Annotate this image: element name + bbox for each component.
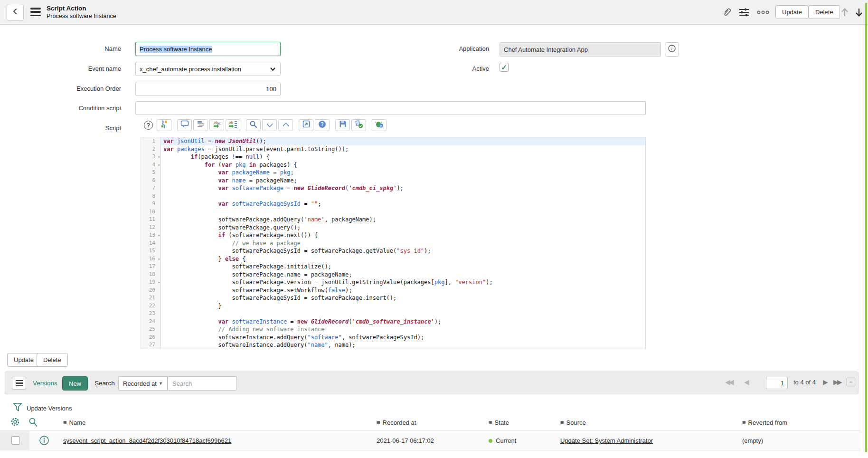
source-link[interactable]: Update Set: System Administrator: [560, 437, 653, 444]
code-line[interactable]: softwarePackageSysId = softwarePackage.g…: [161, 247, 645, 255]
open-popout-button[interactable]: [299, 119, 313, 131]
line-number: 24: [141, 318, 160, 326]
first-page-icon[interactable]: ◀◀: [725, 378, 733, 386]
list-context-menu-icon[interactable]: [12, 377, 26, 390]
column-header-name[interactable]: ≡Name: [63, 419, 85, 426]
fold-arrow-icon[interactable]: ▾: [158, 153, 160, 162]
column-menu-icon[interactable]: ≡: [63, 419, 67, 426]
script-debugger-button[interactable]: {}: [372, 119, 387, 131]
header-update-button[interactable]: Update: [775, 5, 809, 19]
script-code-editor[interactable]: 123▾4▾5678910111213▾141516▾171819▾202122…: [141, 137, 646, 349]
fold-arrow-icon[interactable]: ▾: [158, 256, 160, 264]
validate-button[interactable]: [351, 119, 366, 131]
version-row[interactable]: sysevent_script_action_8acd4f2d2f303010f…: [0, 431, 860, 450]
toggle-comment-button[interactable]: [177, 119, 192, 131]
replace-button[interactable]: abac: [209, 119, 224, 131]
back-button[interactable]: [7, 4, 24, 21]
line-number: 19▾: [141, 278, 160, 286]
column-header-source[interactable]: ≡Source: [560, 419, 586, 426]
editor-help-button[interactable]: ?: [315, 119, 330, 131]
code-line[interactable]: [161, 208, 645, 216]
syntax-editor-button[interactable]: [157, 119, 171, 131]
code-line[interactable]: if(packages !== null) {: [161, 153, 645, 161]
scroll-up-icon[interactable]: [839, 6, 851, 19]
fold-arrow-icon[interactable]: ▾: [158, 162, 160, 170]
scroll-down-icon[interactable]: [853, 6, 865, 19]
code-line[interactable]: softwareInstance.addQuery("name", name);: [161, 341, 645, 349]
personalize-form-icon[interactable]: [738, 6, 750, 19]
code-line[interactable]: [161, 310, 645, 318]
info-icon: i: [668, 44, 676, 55]
find-next-button[interactable]: [262, 119, 277, 131]
fold-arrow-icon[interactable]: ▾: [158, 279, 160, 287]
editor-code-area[interactable]: var jsonUtil = new JsonUtil();var packag…: [161, 137, 645, 349]
code-line[interactable]: [161, 192, 645, 200]
format-code-button[interactable]: [193, 119, 208, 131]
search-button[interactable]: [246, 119, 261, 131]
list-search-icon[interactable]: [28, 416, 39, 428]
application-info-button[interactable]: i: [665, 42, 679, 57]
breadcrumb[interactable]: Update Versions: [27, 405, 72, 412]
code-line[interactable]: softwareInstance.addQuery("software", so…: [161, 334, 645, 342]
code-line[interactable]: softwarePackage.version = jsonUtil.getSt…: [161, 278, 645, 286]
more-options-icon[interactable]: [757, 6, 769, 19]
header-delete-button[interactable]: Delete: [809, 5, 840, 19]
execution-order-input[interactable]: 100: [135, 82, 281, 96]
row-checkbox[interactable]: [11, 436, 20, 445]
code-line[interactable]: var packages = jsonUtil.parse(event.parm…: [161, 145, 645, 153]
code-line[interactable]: softwarePackage.query();: [161, 224, 645, 232]
name-input[interactable]: Process software Instance: [135, 42, 281, 56]
footer-delete-button[interactable]: Delete: [37, 353, 68, 367]
code-line[interactable]: softwarePackage.initialize();: [161, 263, 645, 271]
line-number: 16▾: [141, 255, 160, 263]
search-field-select[interactable]: Recorded at ▼: [118, 376, 168, 391]
code-line[interactable]: // we have a package: [161, 239, 645, 248]
code-line[interactable]: var softwareInstance = new GlideRecord('…: [161, 318, 645, 326]
last-page-icon[interactable]: ▶▶: [833, 378, 841, 386]
row-info-icon[interactable]: [39, 435, 49, 446]
condition-script-label: Condition script: [26, 105, 121, 112]
list-gear-icon[interactable]: [9, 416, 21, 428]
code-line[interactable]: var packageName = pkg;: [161, 169, 645, 177]
code-line[interactable]: softwarePackage.addQuery('name', package…: [161, 216, 645, 224]
page-number-input[interactable]: 1: [766, 377, 788, 389]
minimize-list-icon[interactable]: −: [847, 378, 855, 386]
code-line[interactable]: for (var pkg in packages) {: [161, 161, 645, 169]
code-line[interactable]: softwarePackage.setWorkflow(false);: [161, 286, 645, 295]
column-menu-icon[interactable]: ≡: [489, 419, 492, 426]
code-line[interactable]: var softwarePackageSysId = "";: [161, 200, 645, 208]
previous-page-icon[interactable]: ◀: [744, 378, 748, 386]
column-menu-icon[interactable]: ≡: [377, 419, 380, 426]
column-menu-icon[interactable]: ≡: [742, 419, 746, 426]
footer-update-button[interactable]: Update: [7, 353, 40, 367]
column-header-recorded-at[interactable]: ≡Recorded at: [377, 419, 416, 426]
next-page-icon[interactable]: ▶: [823, 378, 827, 386]
code-line[interactable]: var jsonUtil = new JsonUtil();: [161, 137, 645, 145]
new-version-button[interactable]: New: [62, 376, 88, 391]
code-line[interactable]: var softwarePackage = new GlideRecord('c…: [161, 184, 645, 192]
condition-script-input[interactable]: [135, 101, 646, 115]
code-line[interactable]: if (softwarePackage.next()) {: [161, 231, 645, 239]
find-previous-button[interactable]: [278, 119, 293, 131]
filter-funnel-icon[interactable]: [12, 402, 23, 416]
column-menu-icon[interactable]: ≡: [560, 419, 564, 426]
save-button[interactable]: [335, 119, 350, 131]
column-header-reverted-from[interactable]: ≡Reverted from: [742, 419, 787, 426]
code-line[interactable]: } else {: [161, 255, 645, 263]
version-name-link[interactable]: sysevent_script_action_8acd4f2d2f303010f…: [63, 437, 231, 444]
code-line[interactable]: softwarePackage.name = packageName;: [161, 271, 645, 279]
code-line[interactable]: // Adding new software instance: [161, 325, 645, 334]
replace-all-button[interactable]: ab: [226, 119, 240, 131]
script-help-icon[interactable]: ?: [144, 121, 153, 130]
code-line[interactable]: var name = packageName;: [161, 177, 645, 185]
column-header-state[interactable]: ≡State: [489, 419, 509, 426]
event-name-select[interactable]: x_chef_automate.process.installation: [135, 62, 281, 76]
code-line[interactable]: }: [161, 302, 645, 310]
code-line[interactable]: softwarePackageSysId = softwarePackage.i…: [161, 294, 645, 302]
active-checkbox[interactable]: ✓: [500, 63, 509, 72]
line-number: 7: [141, 184, 160, 192]
context-menu-icon[interactable]: [30, 8, 41, 16]
list-search-input[interactable]: Search: [168, 376, 237, 391]
fold-arrow-icon[interactable]: ▾: [158, 232, 160, 240]
attachment-icon[interactable]: [721, 6, 733, 19]
